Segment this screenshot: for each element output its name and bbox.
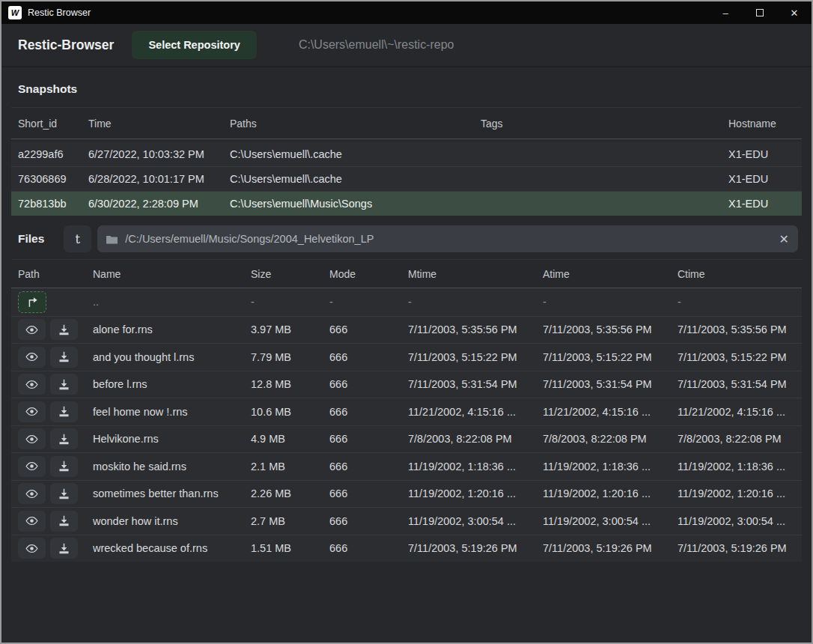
preview-button[interactable]	[18, 401, 46, 422]
file-row[interactable]: feel home now !.rns 10.6 MB 666 11/21/20…	[11, 398, 802, 425]
file-name: feel home now !.rns	[93, 406, 251, 418]
download-icon	[58, 324, 70, 335]
file-size: 3.97 MB	[251, 323, 329, 335]
go-up-button[interactable]	[18, 291, 46, 313]
app-logo-icon: W	[8, 6, 22, 19]
files-table: Path Name Size Mode Mtime Atime Ctime ..…	[11, 259, 802, 562]
file-size: 10.6 MB	[251, 406, 329, 418]
eye-icon	[25, 380, 38, 389]
snapshot-row[interactable]: 76306869 6/28/2022, 10:01:17 PM C:\Users…	[11, 166, 802, 191]
close-icon: ✕	[791, 7, 799, 19]
file-name: ..	[93, 296, 251, 308]
file-name: wonder how it.rns	[93, 515, 251, 527]
file-atime: 7/11/2003, 5:15:22 PM	[543, 351, 678, 363]
file-row[interactable]: Helvikone.rns 4.9 MB 666 7/8/2003, 8:22:…	[11, 425, 802, 453]
snapshot-short-id: 72b813bb	[18, 198, 88, 210]
minimize-button[interactable]: –	[708, 1, 743, 24]
col-tags: Tags	[481, 118, 728, 130]
file-size: 12.8 MB	[251, 378, 329, 390]
download-button[interactable]	[50, 401, 78, 422]
file-name: before l.rns	[93, 378, 251, 390]
download-button[interactable]	[50, 347, 78, 368]
preview-button[interactable]	[18, 319, 46, 340]
snapshot-row[interactable]: a2299af6 6/27/2022, 10:03:32 PM C:\Users…	[11, 142, 802, 166]
download-button[interactable]	[50, 319, 78, 340]
col-mode: Mode	[329, 268, 408, 280]
current-path-bar[interactable]: /C:/Users/emuell/Music/Songs/2004_Helvet…	[97, 225, 798, 252]
file-row[interactable]: wrecked because of.rns 1.51 MB 666 7/11/…	[11, 535, 802, 562]
path-mode-button[interactable]: t	[64, 225, 91, 252]
file-mode: 666	[329, 406, 408, 418]
file-ctime: 11/19/2002, 3:00:54 ...	[678, 515, 795, 527]
file-ctime: 7/11/2003, 5:15:22 PM	[678, 351, 795, 363]
eye-icon	[25, 489, 38, 499]
snapshots-section-title: Snapshots	[1, 67, 812, 107]
download-icon	[58, 351, 70, 362]
download-button[interactable]	[50, 374, 78, 395]
parent-dir-row[interactable]: .. - - - - -	[11, 288, 802, 316]
eye-icon	[25, 352, 38, 362]
current-path-text: /C:/Users/emuell/Music/Songs/2004_Helvet…	[125, 233, 374, 245]
preview-button[interactable]	[18, 483, 46, 504]
snapshot-hostname: X1-EDU	[728, 173, 795, 185]
clear-path-icon: ✕	[779, 233, 789, 246]
file-mode: 666	[329, 487, 408, 499]
snapshot-time: 6/28/2022, 10:01:17 PM	[88, 173, 230, 185]
download-button[interactable]	[50, 538, 78, 559]
snapshot-paths: C:\Users\emuell\Music\Songs	[230, 198, 481, 210]
download-button[interactable]	[50, 428, 78, 449]
preview-button[interactable]	[18, 428, 46, 449]
minimize-icon: –	[722, 7, 728, 19]
col-short-id: Short_id	[18, 118, 88, 130]
download-icon	[58, 379, 70, 390]
file-row[interactable]: and you thought l.rns 7.79 MB 666 7/11/2…	[11, 343, 802, 371]
titlebar: W Restic Browser – ✕	[1, 1, 812, 24]
download-button[interactable]	[50, 511, 78, 532]
close-button[interactable]: ✕	[777, 1, 812, 24]
repository-path: C:\Users\emuell\~\restic-repo	[299, 38, 454, 52]
snapshot-row-selected[interactable]: 72b813bb 6/30/2022, 2:28:09 PM C:\Users\…	[11, 191, 802, 216]
file-mtime: 7/11/2003, 5:19:26 PM	[408, 542, 543, 554]
col-size: Size	[251, 268, 329, 280]
file-mtime: 7/11/2003, 5:31:54 PM	[408, 378, 543, 390]
download-button[interactable]	[50, 483, 78, 504]
file-mode: 666	[329, 542, 408, 554]
file-mtime: 11/21/2002, 4:15:16 ...	[408, 406, 543, 418]
preview-button[interactable]	[18, 511, 46, 532]
preview-button[interactable]	[18, 456, 46, 477]
file-name: wrecked because of.rns	[93, 542, 251, 554]
preview-button[interactable]	[18, 347, 46, 368]
eye-icon	[25, 407, 38, 416]
file-mode: 666	[329, 461, 408, 473]
file-row[interactable]: sometimes better than.rns 2.26 MB 666 11…	[11, 480, 802, 508]
file-row[interactable]: alone for.rns 3.97 MB 666 7/11/2003, 5:3…	[11, 316, 802, 344]
files-table-body: .. - - - - - alone for.rns 3.97 MB 666 7…	[11, 288, 802, 562]
file-ctime: 7/11/2003, 5:35:56 PM	[678, 323, 795, 335]
download-button[interactable]	[50, 456, 78, 477]
eye-icon	[25, 516, 38, 526]
file-mtime: -	[408, 296, 543, 308]
snapshots-table: Short_id Time Paths Tags Hostname a2299a…	[11, 107, 802, 216]
path-mode-icon: t	[76, 232, 80, 246]
preview-button[interactable]	[18, 374, 46, 395]
maximize-button[interactable]	[743, 1, 777, 24]
file-row[interactable]: before l.rns 12.8 MB 666 7/11/2003, 5:31…	[11, 371, 802, 398]
clear-path-button[interactable]: ✕	[779, 232, 789, 246]
files-bar: Files t /C:/Users/emuell/Music/Songs/200…	[1, 216, 812, 259]
file-size: 1.51 MB	[251, 542, 329, 554]
select-repository-button[interactable]: Select Repository	[132, 31, 257, 59]
snapshot-paths: C:\Users\emuell\.cache	[230, 148, 481, 160]
download-icon	[58, 543, 70, 554]
snapshot-time: 6/30/2022, 2:28:09 PM	[88, 198, 230, 210]
file-row[interactable]: wonder how it.rns 2.7 MB 666 11/19/2002,…	[11, 507, 802, 535]
file-ctime: 11/19/2002, 1:18:36 ...	[678, 461, 795, 473]
file-atime: -	[543, 296, 678, 308]
file-ctime: 11/21/2002, 4:15:16 ...	[678, 406, 795, 418]
eye-icon	[25, 544, 38, 553]
preview-button[interactable]	[18, 538, 46, 559]
download-icon	[58, 434, 70, 445]
col-paths: Paths	[230, 118, 481, 130]
file-size: -	[251, 296, 329, 308]
file-mode: 666	[329, 433, 408, 445]
file-row[interactable]: moskito he said.rns 2.1 MB 666 11/19/200…	[11, 452, 802, 480]
